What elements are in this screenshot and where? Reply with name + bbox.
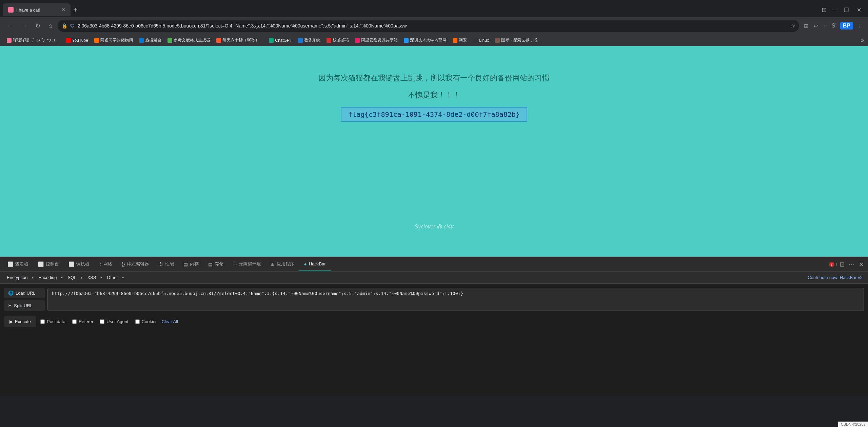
bookmark-jiaowu[interactable]: 教务系统	[295, 36, 323, 44]
other-arrow: ▼	[121, 276, 125, 279]
bookmark-youtube[interactable]: YouTube	[63, 37, 91, 44]
bookmark-raindrop[interactable]: 热搜聚合	[136, 36, 164, 44]
hackbar-contribute-text[interactable]: Contribute now! HackBar v2	[808, 275, 863, 280]
tab-network[interactable]: ↕ 网络	[94, 257, 117, 271]
referer-checkbox[interactable]	[72, 319, 77, 324]
address-bar[interactable]: 🔒 🛡 2f06a303-4b68-4299-86e0-b06cc7d65bf5…	[58, 20, 799, 32]
spellcheck-button[interactable]: S!	[830, 21, 839, 30]
nav-extras: ⊞ ↩ ↑ S! BP ⋮	[802, 21, 864, 31]
devtools-actions: 2 ! ⊡ ⋯ ✕	[829, 259, 865, 270]
tushu-icon	[495, 38, 500, 43]
hackbar-url-input[interactable]: http://2f06a303-4b68-4299-86e0-b06cc7d65…	[47, 288, 864, 311]
tab-storage[interactable]: ▤ 存储	[203, 257, 228, 271]
split-url-button[interactable]: ✂ Split URL	[4, 300, 45, 311]
bookmark-tushu-label: 图寻 - 探索世界，找...	[501, 37, 541, 43]
user-agent-checkbox[interactable]	[100, 319, 104, 324]
execute-button[interactable]: ▶ Execute	[4, 316, 36, 327]
encoding-dropdown[interactable]: Encoding ▼	[36, 274, 63, 281]
bookmark-shen[interactable]: 深圳技术大学内部网	[401, 36, 449, 44]
debugger-icon: ⬜	[68, 261, 74, 267]
bookmarks-more-button[interactable]: »	[861, 37, 864, 43]
user-agent-label: User Agent	[106, 319, 128, 324]
mail-icon	[327, 38, 331, 43]
bookmark-aliyun[interactable]: 阿虚同学的储物间	[92, 36, 136, 44]
post-data-checkbox[interactable]	[40, 319, 45, 324]
bookmark-chatgpt[interactable]: ChatGPT	[266, 37, 295, 44]
other-button[interactable]: Other	[104, 274, 121, 281]
cookies-label: Cookies	[142, 319, 158, 324]
tab-performance[interactable]: ⏱ 性能	[154, 257, 179, 271]
sql-dropdown[interactable]: SQL ▼	[65, 274, 83, 281]
encoding-button[interactable]: Encoding	[36, 274, 59, 281]
browser-tab[interactable]: I have a cat! ×	[3, 3, 71, 16]
inspector-icon: ⬜	[7, 261, 13, 267]
cookies-checkbox[interactable]	[135, 319, 140, 324]
bookmark-bilibili[interactable]: 哔哩哔哩（´･ω･`）つロ ...	[4, 36, 63, 44]
menu-button[interactable]: ⋮	[854, 21, 864, 31]
raindrop-icon	[139, 38, 144, 43]
tab-applications-label: 应用程序	[277, 261, 294, 267]
tab-console[interactable]: ⬜ 控制台	[33, 257, 64, 271]
tab-applications[interactable]: ⊞ 应用程序	[266, 257, 299, 271]
bookmark-linux-label: Linux	[479, 38, 489, 43]
bookmark-star-icon[interactable]: ☆	[790, 23, 795, 29]
clear-all-button[interactable]: Clear All	[162, 319, 178, 324]
tab-search-button[interactable]: ⊞	[820, 5, 828, 15]
nav-forward-button[interactable]: →	[18, 21, 30, 31]
window-minimize-button[interactable]: ─	[828, 5, 840, 14]
nav-share-button[interactable]: ↑	[822, 21, 828, 30]
new-tab-button[interactable]: +	[71, 4, 80, 16]
tab-inspector[interactable]: ⬜ 查看器	[3, 257, 33, 271]
cookies-checkbox-label[interactable]: Cookies	[135, 319, 158, 324]
referer-checkbox-label[interactable]: Referer	[72, 319, 93, 324]
profile-button[interactable]: BP	[840, 22, 853, 30]
tab-memory[interactable]: ▤ 内存	[179, 257, 203, 271]
bookmark-mail[interactable]: 校邮邮箱	[324, 36, 352, 44]
bookmark-meitui[interactable]: 每天六十秒（60秒）...	[214, 36, 265, 44]
load-url-button[interactable]: 🌐 Load URL	[4, 288, 45, 298]
nav-back2-button[interactable]: ↩	[812, 21, 820, 31]
split-url-icon: ✂	[8, 303, 12, 308]
encryption-button[interactable]: Encryption	[4, 274, 30, 281]
nav-refresh-button[interactable]: ↻	[33, 21, 43, 31]
bookmark-caiji[interactable]: 参考文献格式生成器	[165, 36, 213, 44]
bookmark-wangpan[interactable]: 网安	[450, 36, 470, 44]
tab-memory-label: 内存	[190, 261, 199, 267]
encryption-dropdown[interactable]: Encryption ▼	[4, 274, 34, 281]
extensions-button[interactable]: ⊞	[802, 21, 810, 31]
meitui-icon	[216, 38, 221, 43]
tab-hackbar[interactable]: ● HackBar	[299, 257, 330, 271]
post-data-checkbox-label[interactable]: Post data	[40, 319, 65, 324]
devtools-split-button[interactable]: ⊡	[838, 259, 846, 270]
tab-accessibility[interactable]: ✛ 无障碍环境	[228, 257, 266, 271]
style-icon: {}	[122, 261, 125, 267]
other-dropdown[interactable]: Other ▼	[104, 274, 124, 281]
console-icon: ⬜	[38, 261, 44, 267]
xss-button[interactable]: XSS	[84, 274, 99, 281]
address-url[interactable]: 2f06a303-4b68-4299-86e0-b06cc7d65bf5.nod…	[78, 23, 788, 29]
tab-debugger[interactable]: ⬜ 调试器	[64, 257, 94, 271]
nav-back-button[interactable]: ←	[4, 21, 16, 31]
bookmark-linux[interactable]: Linux	[470, 37, 492, 44]
bookmarks-bar: 哔哩哔哩（´･ω･`）つロ ... YouTube 阿虚同学的储物间 热搜聚合 …	[0, 35, 868, 46]
bookmark-tushu[interactable]: 图寻 - 探索世界，找...	[492, 36, 544, 44]
devtools-panel: ⬜ 查看器 ⬜ 控制台 ⬜ 调试器 ↕ 网络 {} 样式编辑器 ⏱ 性能	[0, 257, 868, 396]
hackbar-url-actions: 🌐 Load URL ✂ Split URL	[4, 288, 45, 311]
window-restore-button[interactable]: ❐	[840, 5, 853, 15]
user-agent-checkbox-label[interactable]: User Agent	[100, 319, 128, 324]
tab-storage-label: 存储	[215, 261, 223, 267]
xss-dropdown[interactable]: XSS ▼	[84, 274, 103, 281]
jiaowu-icon	[298, 38, 303, 43]
bookmark-shida[interactable]: 阿里云盘资源共享站	[352, 36, 400, 44]
tab-style-editor[interactable]: {} 样式编辑器	[117, 257, 154, 271]
devtools-close-button[interactable]: ✕	[857, 259, 865, 270]
nav-home-button[interactable]: ⌂	[46, 21, 55, 31]
hackbar-content: 🌐 Load URL ✂ Split URL http://2f06a303-4…	[0, 284, 868, 396]
sql-button[interactable]: SQL	[65, 274, 79, 281]
network-icon: ↕	[99, 261, 101, 267]
devtools-more-button[interactable]: ⋯	[847, 259, 856, 270]
tab-close-button[interactable]: ×	[62, 7, 65, 13]
flag-display[interactable]: flag{c3f891ca-1091-4374-8de2-d00f7fa8a82…	[341, 107, 527, 122]
bookmark-raindrop-label: 热搜聚合	[145, 37, 161, 43]
window-close-button[interactable]: ✕	[853, 5, 865, 15]
